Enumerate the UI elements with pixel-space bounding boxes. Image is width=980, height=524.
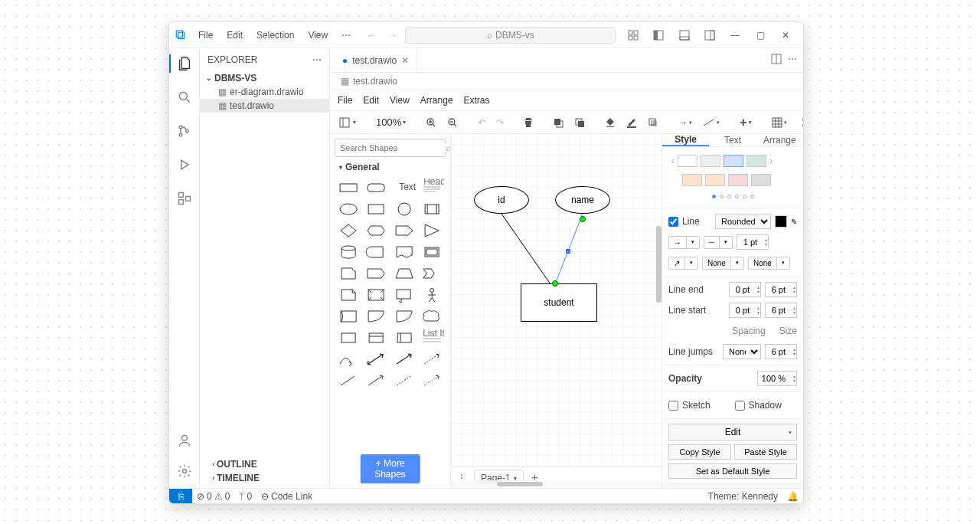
panel-right-icon[interactable] (698, 24, 720, 47)
shape-item[interactable] (364, 264, 388, 283)
tb-zoom[interactable]: 100% ▾ (373, 114, 409, 130)
shape-item[interactable] (392, 307, 416, 326)
swatch[interactable] (751, 174, 771, 186)
line-none-1[interactable]: None▾ (702, 257, 744, 270)
shape-item[interactable] (336, 307, 361, 326)
status-ports[interactable]: ᛘ0 (234, 491, 256, 502)
shape-item[interactable] (392, 329, 416, 347)
tb-delete-icon[interactable] (521, 115, 536, 130)
shapes-search-input[interactable] (340, 143, 446, 152)
swatch[interactable] (705, 174, 725, 186)
drawio-menu-file[interactable]: File (338, 95, 352, 106)
swatch-next-icon[interactable]: › (769, 156, 773, 166)
connection-waypoint[interactable] (566, 249, 570, 254)
format-tab-arrange[interactable]: Arrange (756, 134, 803, 146)
breadcrumb[interactable]: ▦test.drawio (330, 73, 803, 90)
explorer-folder[interactable]: ⌄DBMS-VS (200, 71, 329, 85)
shape-item[interactable] (420, 286, 444, 304)
paste-style-button[interactable]: Paste Style (734, 444, 797, 460)
swatch[interactable] (682, 174, 702, 186)
tb-waypoint-icon[interactable]: ▾ (700, 116, 723, 129)
panel-bottom-icon[interactable] (673, 24, 695, 47)
file-test[interactable]: ▦test.drawio (200, 99, 329, 113)
canvas-scrollbar-h[interactable] (451, 480, 662, 488)
tb-table-icon[interactable]: ▾ (769, 115, 790, 130)
explorer-outline[interactable]: ›OUTLINE (206, 457, 323, 471)
tb-fullscreen-icon[interactable] (799, 116, 803, 129)
default-style-button[interactable]: Set as Default Style (668, 463, 797, 479)
shape-item[interactable] (420, 264, 444, 283)
color-picker-icon[interactable]: ✎ (791, 218, 797, 226)
ellipse-id[interactable]: id (474, 186, 529, 214)
editor-tab-test[interactable]: ● test.drawio ✕ (333, 48, 417, 72)
drawio-menu-arrange[interactable]: Arrange (420, 95, 453, 106)
shape-item[interactable] (392, 200, 416, 218)
shape-item[interactable] (364, 178, 388, 197)
tab-close-icon[interactable]: ✕ (401, 55, 409, 66)
line-checkbox[interactable] (668, 217, 678, 227)
shapes-search[interactable]: ⌕ (335, 139, 446, 157)
shape-item[interactable] (336, 350, 361, 368)
line-start-a[interactable]: 0 pt (729, 303, 761, 318)
tb-shadow-icon[interactable] (645, 115, 662, 130)
activity-settings-icon[interactable] (175, 462, 194, 480)
window-minimize[interactable]: ― (724, 24, 746, 47)
file-er-diagram[interactable]: ▦er-diagram.drawio (200, 85, 329, 99)
shape-item[interactable] (420, 372, 444, 390)
status-bell-icon[interactable]: 🔔 (782, 491, 803, 502)
shape-item[interactable] (336, 264, 361, 283)
activity-git-icon[interactable] (175, 122, 194, 140)
layout-icon[interactable] (622, 24, 644, 47)
tb-undo-icon[interactable]: ↶ (475, 115, 488, 130)
nav-forward-icon[interactable]: → (384, 30, 402, 41)
activity-extensions-icon[interactable] (175, 189, 194, 208)
swatch[interactable] (678, 155, 697, 167)
line-start-arrow[interactable]: →▾ (668, 236, 700, 249)
status-codelink[interactable]: ⊖Code Link (256, 491, 317, 502)
tb-back-icon[interactable] (571, 115, 588, 130)
copy-style-button[interactable]: Copy Style (668, 444, 731, 460)
shape-item[interactable] (392, 350, 416, 368)
swatch-prev-icon[interactable]: ‹ (671, 156, 675, 166)
remote-button[interactable]: ⎘ (169, 489, 192, 503)
drawio-menu-view[interactable]: View (390, 95, 410, 106)
tb-zoom-out-icon[interactable] (444, 115, 461, 130)
drawio-canvas[interactable]: id name student (451, 134, 662, 467)
activity-account-icon[interactable] (175, 431, 194, 450)
tb-add-icon[interactable]: + ▾ (737, 113, 754, 132)
canvas-scrollbar-v[interactable] (656, 226, 662, 303)
shape-item[interactable] (364, 307, 388, 326)
shape-item[interactable] (336, 372, 361, 390)
sketch-checkbox[interactable] (668, 401, 678, 411)
line-jumps-size[interactable]: 6 pt (765, 344, 797, 359)
shape-item[interactable] (364, 200, 388, 218)
format-tab-style[interactable]: Style (662, 134, 709, 146)
line-end-b[interactable]: 6 pt (765, 282, 797, 297)
tb-line-color-icon[interactable] (623, 115, 640, 130)
menu-overflow[interactable]: ⋯ (336, 28, 356, 43)
edit-style-select[interactable]: Edit (668, 424, 797, 440)
shape-item[interactable] (336, 243, 361, 261)
tb-front-icon[interactable] (550, 115, 567, 130)
shape-item[interactable] (392, 286, 416, 304)
menu-file[interactable]: File (193, 28, 218, 43)
shape-item[interactable] (336, 286, 361, 304)
shape-item[interactable] (420, 243, 444, 261)
status-theme[interactable]: Theme: Kennedy (704, 491, 782, 502)
shape-item[interactable]: List Item (420, 329, 444, 347)
drawio-menu-edit[interactable]: Edit (363, 95, 379, 106)
shape-item[interactable] (392, 243, 416, 261)
line-width-input[interactable]: 1 pt (737, 234, 769, 250)
window-maximize[interactable]: ▢ (750, 24, 772, 47)
shape-item[interactable] (336, 200, 361, 218)
line-end-arrow[interactable]: ↗▾ (668, 257, 698, 270)
line-style-select[interactable]: Rounded (715, 214, 771, 229)
menu-edit[interactable]: Edit (221, 28, 248, 43)
nav-back-icon[interactable]: ← (362, 30, 381, 41)
tb-redo-icon[interactable]: ↷ (493, 115, 507, 130)
shape-item[interactable] (392, 372, 416, 390)
shape-item[interactable] (420, 350, 444, 368)
shape-item[interactable] (364, 350, 388, 368)
rect-student[interactable]: student (521, 283, 597, 322)
shadow-checkbox[interactable] (735, 401, 745, 411)
